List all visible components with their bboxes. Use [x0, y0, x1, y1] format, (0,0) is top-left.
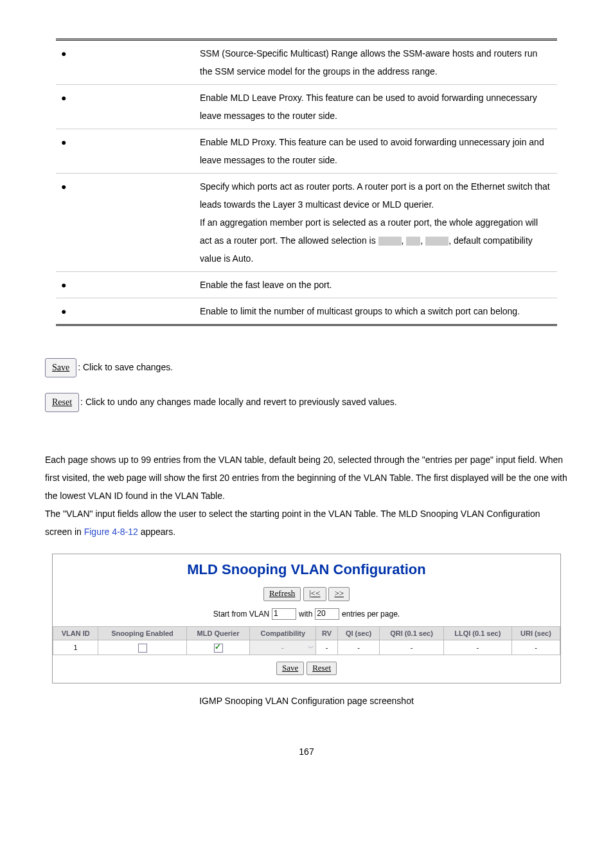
bullet: ●	[61, 306, 66, 316]
param-desc: Enable the fast leave on the port.	[195, 272, 557, 298]
parameter-table: ●SSM (Source-Specific Multicast) Range a…	[56, 39, 557, 326]
save-button-img: Save	[45, 358, 76, 377]
vlan-id-cell: 1	[53, 640, 98, 655]
qi-cell: -	[337, 640, 380, 655]
bullet: ●	[61, 137, 66, 147]
chevron-down-icon: ﹀	[308, 644, 314, 652]
figure-ref-link[interactable]: Figure 4-8-12	[84, 527, 138, 537]
uri-cell: -	[511, 640, 560, 655]
snooping-checkbox[interactable]	[138, 644, 147, 653]
qri-cell: -	[380, 640, 443, 655]
reset-button-img: Reset	[45, 393, 79, 412]
col-header: QRI (0.1 sec)	[380, 627, 443, 640]
start-from-label: Start from VLAN	[213, 609, 269, 618]
buttons-description: Save: Click to save changes. Reset: Clic…	[45, 358, 587, 412]
placeholder-box	[378, 237, 402, 246]
section-body: Each page shows up to 99 entries from th…	[45, 451, 568, 541]
vlan-config-table: VLAN ID Snooping Enabled MLD Querier Com…	[53, 626, 560, 655]
figure-caption: IGMP Snooping VLAN Configuration page sc…	[26, 695, 587, 707]
col-header: QI (sec)	[337, 627, 380, 640]
bullet: ●	[61, 181, 66, 192]
placeholder-box	[425, 237, 449, 246]
first-page-button[interactable]: |<<	[303, 587, 326, 601]
entries-label: entries per page.	[342, 609, 400, 618]
placeholder-box	[406, 237, 420, 246]
bullet: ●	[61, 48, 66, 59]
refresh-button[interactable]: Refresh	[263, 587, 301, 601]
config-screenshot: MLD Snooping VLAN Configuration Refresh …	[52, 554, 561, 683]
reset-button[interactable]: Reset	[306, 662, 337, 676]
start-vlan-input[interactable]: 1	[272, 608, 296, 620]
compatibility-select[interactable]: -﹀	[250, 640, 316, 655]
reset-desc: : Click to undo any changes made locally…	[80, 397, 397, 407]
next-page-button[interactable]: >>	[328, 587, 350, 601]
param-desc: Enable MLD Leave Proxy. This feature can…	[195, 85, 557, 129]
col-header: MLD Querier	[186, 627, 249, 640]
param-desc: Enable to limit the number of multicast …	[195, 298, 557, 325]
col-header: RV	[316, 627, 337, 640]
screenshot-title: MLD Snooping VLAN Configuration	[53, 561, 560, 579]
page-number: 167	[26, 746, 587, 757]
param-desc: Enable MLD Proxy. This feature can be us…	[195, 129, 557, 174]
table-row: 1 -﹀ - - - - -	[53, 640, 560, 655]
param-desc: SSM (Source-Specific Multicast) Range al…	[195, 40, 557, 85]
bullet: ●	[61, 93, 66, 103]
col-header: LLQI (0.1 sec)	[443, 627, 511, 640]
col-header: Snooping Enabled	[98, 627, 187, 640]
col-header: URI (sec)	[511, 627, 560, 640]
rv-cell: -	[316, 640, 337, 655]
col-header: Compatibility	[250, 627, 316, 640]
param-desc: Specify which ports act as router ports.…	[195, 174, 557, 272]
save-desc: : Click to save changes.	[78, 362, 173, 372]
querier-checkbox[interactable]	[214, 644, 223, 653]
with-label: with	[299, 609, 312, 618]
llqi-cell: -	[443, 640, 511, 655]
entries-input[interactable]: 20	[315, 608, 339, 620]
col-header: VLAN ID	[53, 627, 98, 640]
save-button[interactable]: Save	[276, 662, 304, 676]
bullet: ●	[61, 280, 66, 290]
